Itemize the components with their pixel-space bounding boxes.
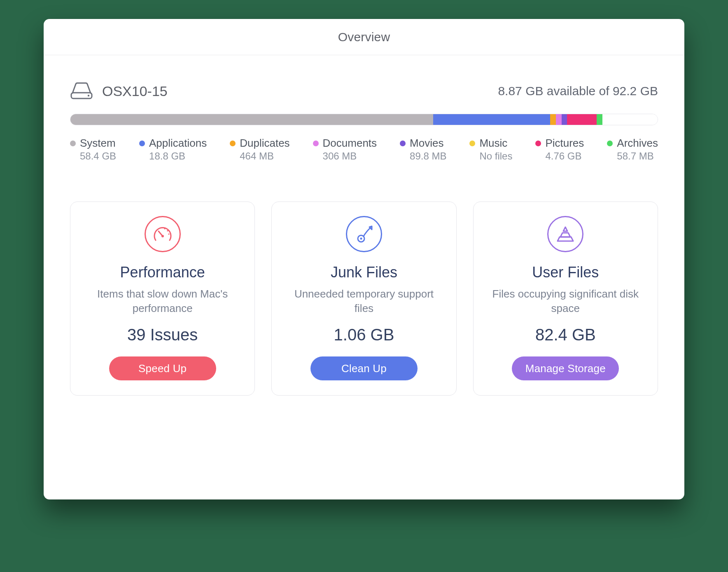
gauge-icon xyxy=(145,216,181,252)
storage-usage-bar xyxy=(70,114,658,125)
usage-segment-documents xyxy=(556,114,562,125)
legend-size: No files xyxy=(479,150,512,162)
legend-label: Archives xyxy=(617,137,658,150)
card-junk-metric: 1.06 GB xyxy=(334,326,394,344)
svg-point-8 xyxy=(360,238,362,240)
card-user-title: User Files xyxy=(532,264,599,281)
legend-label: Movies xyxy=(410,137,443,150)
legend-label: Music xyxy=(479,137,507,150)
speed-up-button[interactable]: Speed Up xyxy=(109,356,216,380)
summary-cards: Performance Items that slow down Mac's p… xyxy=(70,202,658,396)
card-junk-title: Junk Files xyxy=(331,264,397,281)
disk-available-text: 8.87 GB available of 92.2 GB xyxy=(498,84,658,98)
legend-item-movies[interactable]: Movies89.8 MB xyxy=(400,137,446,162)
legend-size: 89.8 MB xyxy=(410,150,446,162)
legend-item-archives[interactable]: Archives58.7 MB xyxy=(607,137,658,162)
legend-label: Applications xyxy=(149,137,207,150)
disk-icon xyxy=(70,82,93,100)
card-performance-desc: Items that slow down Mac's performance xyxy=(89,287,237,316)
usage-segment-movies xyxy=(562,114,567,125)
legend-dot-icon xyxy=(535,141,541,146)
legend-item-applications[interactable]: Applications18.8 GB xyxy=(139,137,207,162)
usage-segment-free xyxy=(602,114,658,125)
legend-dot-icon xyxy=(400,141,406,146)
disk-identity: OSX10-15 xyxy=(70,82,168,100)
svg-point-1 xyxy=(88,95,89,96)
legend-item-system[interactable]: System58.4 GB xyxy=(70,137,116,162)
card-user-files: User Files Files occupying significant d… xyxy=(473,202,658,396)
manage-storage-button[interactable]: Manage Storage xyxy=(512,356,619,380)
disk-header: OSX10-15 8.87 GB available of 92.2 GB xyxy=(70,82,658,100)
legend-size: 4.76 GB xyxy=(545,150,584,162)
legend-size: 306 MB xyxy=(323,150,377,162)
legend-label: Documents xyxy=(323,137,377,150)
legend-dot-icon xyxy=(139,141,145,146)
legend-size: 58.7 MB xyxy=(617,150,658,162)
clean-up-button[interactable]: Clean Up xyxy=(310,356,418,380)
usage-segment-duplicates xyxy=(550,114,556,125)
legend-dot-icon xyxy=(469,141,475,146)
svg-point-5 xyxy=(167,230,168,231)
legend-item-duplicates[interactable]: Duplicates464 MB xyxy=(230,137,289,162)
card-user-desc: Files occupying significant disk space xyxy=(491,287,639,316)
legend-size: 464 MB xyxy=(240,150,289,162)
legend-item-music[interactable]: MusicNo files xyxy=(469,137,512,162)
legend-dot-icon xyxy=(313,141,319,146)
usage-segment-archives xyxy=(597,114,602,125)
disk-name: OSX10-15 xyxy=(102,83,168,99)
svg-marker-11 xyxy=(558,237,573,241)
card-user-metric: 82.4 GB xyxy=(535,326,596,344)
titlebar: Overview xyxy=(44,19,684,55)
legend-dot-icon xyxy=(607,141,613,146)
legend-dot-icon xyxy=(70,141,76,146)
legend-item-pictures[interactable]: Pictures4.76 GB xyxy=(535,137,584,162)
svg-marker-9 xyxy=(563,227,567,231)
legend-label: Pictures xyxy=(545,137,584,150)
card-performance-metric: 39 Issues xyxy=(127,326,198,344)
legend-size: 18.8 GB xyxy=(149,150,207,162)
content-area: OSX10-15 8.87 GB available of 92.2 GB Sy… xyxy=(44,55,684,416)
pyramid-icon xyxy=(547,216,583,252)
legend-dot-icon xyxy=(230,141,236,146)
card-junk-files: Junk Files Unneeded temporary support fi… xyxy=(271,202,456,396)
legend-label: System xyxy=(80,137,116,150)
card-junk-desc: Unneeded temporary support files xyxy=(290,287,438,316)
storage-legend: System58.4 GBApplications18.8 GBDuplicat… xyxy=(70,137,658,162)
card-performance: Performance Items that slow down Mac's p… xyxy=(70,202,255,396)
svg-point-3 xyxy=(161,235,164,237)
vacuum-icon xyxy=(346,216,382,252)
legend-item-documents[interactable]: Documents306 MB xyxy=(313,137,377,162)
usage-segment-pictures xyxy=(567,114,597,125)
app-window: Overview OSX10-15 8.87 GB available of 9… xyxy=(44,19,684,499)
card-performance-title: Performance xyxy=(120,264,205,281)
usage-segment-applications xyxy=(433,114,550,125)
page-title: Overview xyxy=(338,30,390,44)
usage-segment-system xyxy=(70,114,433,125)
svg-point-6 xyxy=(168,233,169,234)
legend-label: Duplicates xyxy=(240,137,289,150)
legend-size: 58.4 GB xyxy=(80,150,116,162)
svg-point-4 xyxy=(164,228,165,229)
